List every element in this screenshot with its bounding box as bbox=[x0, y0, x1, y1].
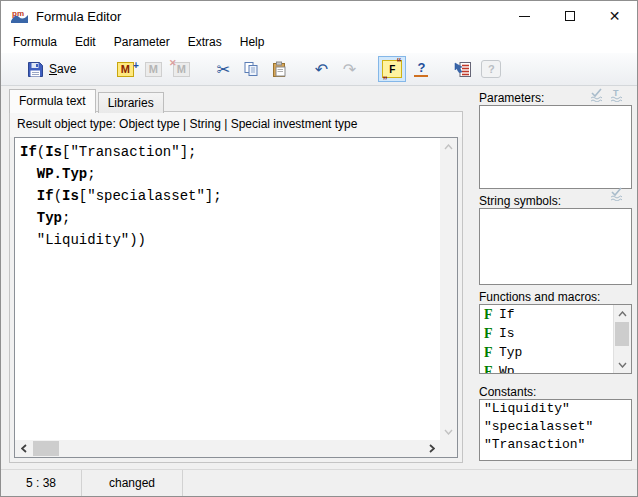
function-item-if[interactable]: FIf bbox=[480, 305, 614, 324]
svg-text:pm: pm bbox=[12, 9, 24, 18]
code-area[interactable]: If(Is["Transaction"]; WP.Typ; If(Is["spe… bbox=[20, 141, 439, 439]
cut-button[interactable]: ✂ bbox=[210, 56, 236, 82]
menu-help[interactable]: Help bbox=[231, 32, 274, 52]
constants-label: Constants: bbox=[479, 385, 536, 399]
scroll-right-icon[interactable] bbox=[423, 440, 440, 457]
minimize-button[interactable] bbox=[502, 1, 547, 31]
goto-error-icon bbox=[454, 61, 472, 78]
functions-label: Functions and macros: bbox=[479, 290, 600, 304]
function-name: Wp bbox=[499, 364, 515, 373]
context-help-icon: ? bbox=[417, 62, 425, 73]
maximize-icon bbox=[565, 11, 575, 21]
menu-bar: Formula Edit Parameter Extras Help bbox=[1, 31, 637, 53]
code-line: WP.Typ; bbox=[20, 163, 439, 185]
tab-libraries[interactable]: Libraries bbox=[98, 92, 164, 113]
function-icon: F bbox=[484, 364, 499, 374]
save-button[interactable]: Save bbox=[21, 56, 82, 82]
redo-button-disabled: ↷ bbox=[336, 56, 362, 82]
function-icon: F bbox=[484, 326, 499, 342]
add-macro-icon: M+ bbox=[117, 62, 134, 77]
close-button[interactable]: ✕ bbox=[592, 1, 637, 31]
minimize-icon bbox=[519, 16, 530, 17]
scroll-down-icon[interactable] bbox=[614, 357, 630, 372]
functions-scroll-thumb[interactable] bbox=[615, 322, 629, 346]
window-controls: ✕ bbox=[502, 1, 637, 31]
code-line: If(Is["Transaction"]; bbox=[20, 141, 439, 163]
insert-string-symbol-icon-disabled bbox=[608, 187, 624, 201]
horizontal-scroll-thumb[interactable] bbox=[33, 441, 59, 456]
tab-strip: Formula text Libraries bbox=[9, 89, 166, 113]
functions-scrollbar[interactable] bbox=[613, 305, 631, 373]
function-name: Is bbox=[499, 326, 515, 341]
goto-error-button[interactable] bbox=[450, 56, 476, 82]
code-line: If(Is["specialasset"]; bbox=[20, 185, 439, 207]
constant-item[interactable]: "Liquidity" bbox=[480, 400, 631, 418]
scissors-icon: ✂ bbox=[217, 60, 230, 79]
editor-horizontal-scrollbar[interactable] bbox=[15, 440, 440, 457]
delete-macro-icon: M✕ bbox=[173, 62, 190, 77]
tab-formula-text[interactable]: Formula text bbox=[9, 89, 96, 113]
function-item-typ[interactable]: FTyp bbox=[480, 343, 614, 362]
scroll-up-icon[interactable] bbox=[440, 138, 457, 155]
edit-macro-icon: M bbox=[145, 62, 162, 77]
cursor-position: 5 : 38 bbox=[1, 470, 82, 496]
menu-parameter[interactable]: Parameter bbox=[105, 32, 179, 52]
insert-parameter-icon-disabled bbox=[588, 88, 604, 102]
paste-icon bbox=[271, 61, 288, 78]
constant-item[interactable]: "Transaction" bbox=[480, 436, 631, 454]
svg-text:T: T bbox=[613, 88, 619, 98]
function-name: Typ bbox=[499, 345, 522, 360]
code-line: "Liquidity")) bbox=[20, 229, 439, 251]
function-icon: F bbox=[484, 307, 499, 323]
string-symbol-header-icons bbox=[608, 187, 624, 201]
menu-extras[interactable]: Extras bbox=[179, 32, 231, 52]
status-spacer bbox=[183, 470, 637, 496]
delete-macro-button-disabled: M✕ bbox=[168, 56, 194, 82]
scroll-down-icon[interactable] bbox=[440, 423, 457, 440]
formula-editor-box: If(Is["Transaction"]; WP.Typ; If(Is["spe… bbox=[14, 137, 458, 458]
add-macro-button[interactable]: M+ bbox=[112, 56, 138, 82]
scroll-left-icon[interactable] bbox=[15, 440, 32, 457]
parameters-label: Parameters: bbox=[479, 91, 544, 105]
function-name: If bbox=[499, 307, 515, 322]
status-bar: 5 : 38 changed bbox=[1, 469, 637, 496]
string-function-icon: „ F “ bbox=[382, 60, 402, 78]
functions-list[interactable]: FIfFIsFTypFWp bbox=[479, 304, 632, 374]
constants-list[interactable]: "Liquidity""specialasset""Transaction" bbox=[479, 399, 632, 461]
close-icon: ✕ bbox=[609, 8, 621, 24]
scroll-up-icon[interactable] bbox=[614, 306, 630, 321]
undo-icon: ↶ bbox=[315, 60, 328, 79]
context-help-button[interactable]: ? bbox=[408, 56, 434, 82]
constant-item[interactable]: "specialasset" bbox=[480, 418, 631, 436]
menu-edit[interactable]: Edit bbox=[66, 32, 105, 52]
undo-button[interactable]: ↶ bbox=[308, 56, 334, 82]
result-object-type: Result object type: Object type | String… bbox=[10, 112, 462, 137]
save-icon bbox=[27, 61, 44, 78]
formula-text-panel: Result object type: Object type | String… bbox=[9, 111, 463, 463]
copy-button[interactable] bbox=[238, 56, 264, 82]
redo-icon: ↷ bbox=[343, 60, 356, 79]
paste-button[interactable] bbox=[266, 56, 292, 82]
string-function-toggle-button[interactable]: „ F “ bbox=[378, 56, 406, 82]
scrollbar-corner bbox=[440, 440, 457, 457]
toolbar: Save M+ M M✕ ✂ bbox=[1, 53, 637, 86]
function-item-is[interactable]: FIs bbox=[480, 324, 614, 343]
string-symbols-label: String symbols: bbox=[479, 194, 561, 208]
parameters-list[interactable] bbox=[479, 105, 632, 189]
window-title: Formula Editor bbox=[36, 9, 121, 24]
function-item-wp[interactable]: FWp bbox=[480, 362, 614, 373]
functions-list-rows: FIfFIsFTypFWp bbox=[480, 305, 614, 373]
maximize-button[interactable] bbox=[547, 1, 592, 31]
menu-formula[interactable]: Formula bbox=[4, 32, 66, 52]
function-icon: F bbox=[484, 345, 499, 361]
help-button-disabled: ? bbox=[478, 56, 504, 82]
save-label: Save bbox=[49, 62, 76, 76]
formula-editor-window: pm Formula Editor ✕ Formula Edit Paramet… bbox=[0, 0, 638, 497]
title-bar: pm Formula Editor ✕ bbox=[1, 1, 637, 31]
editor-vertical-scrollbar[interactable] bbox=[440, 138, 457, 440]
string-symbols-list[interactable] bbox=[479, 208, 632, 285]
insert-text-parameter-icon-disabled: T bbox=[608, 88, 624, 102]
help-icon: ? bbox=[481, 60, 501, 78]
copy-icon bbox=[243, 61, 260, 78]
code-line: Typ; bbox=[20, 207, 439, 229]
